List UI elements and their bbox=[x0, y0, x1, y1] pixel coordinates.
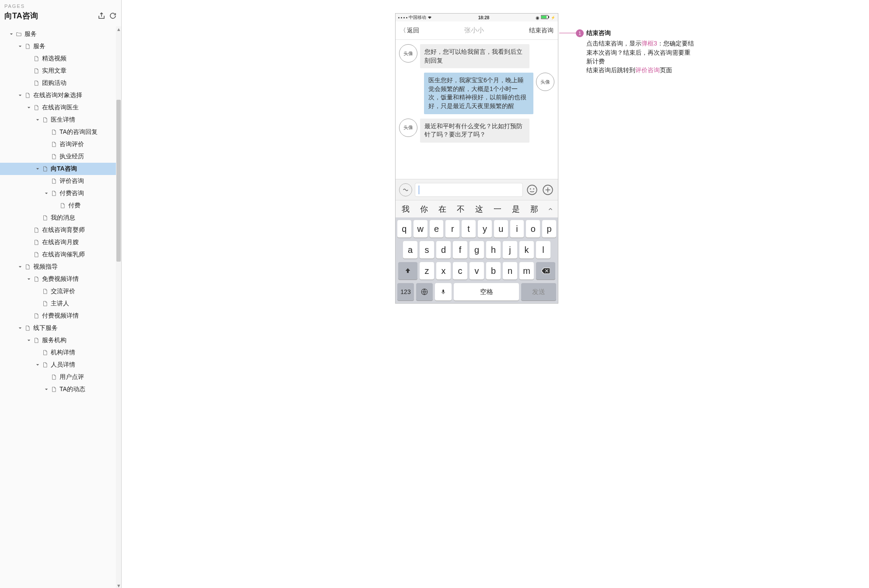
letter-key[interactable]: w bbox=[413, 220, 427, 238]
tree-row[interactable]: 向TA咨询 bbox=[0, 163, 121, 175]
tree-row[interactable]: 评价咨询 bbox=[0, 175, 121, 187]
letter-key[interactable]: h bbox=[486, 241, 501, 259]
letter-key[interactable]: f bbox=[453, 241, 467, 259]
tree-row[interactable]: 人员详情 bbox=[0, 359, 121, 371]
scroll-up-icon[interactable]: ▴ bbox=[116, 26, 121, 32]
prediction-expand-button[interactable] bbox=[544, 206, 556, 212]
letter-key[interactable]: u bbox=[494, 220, 508, 238]
letter-key[interactable]: c bbox=[453, 262, 467, 280]
letter-key[interactable]: p bbox=[542, 220, 556, 238]
shift-key[interactable] bbox=[398, 262, 417, 280]
message-input[interactable] bbox=[415, 183, 523, 197]
tree-row[interactable]: 在线咨询育婴师 bbox=[0, 224, 121, 236]
scrollbar[interactable]: ▴ ▾ bbox=[116, 26, 121, 588]
prediction-item[interactable]: 我 bbox=[397, 204, 414, 214]
twisty-icon[interactable] bbox=[35, 362, 40, 368]
tree-row[interactable]: 执业经历 bbox=[0, 150, 121, 163]
annotation-link-dialog[interactable]: 弹框3 bbox=[641, 40, 657, 47]
share-icon[interactable] bbox=[98, 12, 105, 20]
prediction-item[interactable]: 一 bbox=[489, 204, 506, 214]
twisty-icon[interactable] bbox=[18, 264, 23, 270]
tree-row[interactable]: 我的消息 bbox=[0, 212, 121, 224]
tree-row[interactable]: 线下服务 bbox=[0, 322, 121, 334]
mic-key[interactable] bbox=[435, 283, 452, 301]
tree-row[interactable]: 用户点评 bbox=[0, 371, 121, 383]
letter-key[interactable]: k bbox=[519, 241, 534, 259]
tree-row[interactable]: 付费视频详情 bbox=[0, 310, 121, 322]
tree-row[interactable]: 咨询评价 bbox=[0, 138, 121, 150]
tree-row[interactable]: 在线咨询月嫂 bbox=[0, 236, 121, 248]
annotation-link-review[interactable]: 评价咨询 bbox=[635, 66, 660, 74]
letter-key[interactable]: a bbox=[403, 241, 417, 259]
tree-row[interactable]: TA的动态 bbox=[0, 383, 121, 396]
tree-row[interactable]: 实用文章 bbox=[0, 65, 121, 77]
letter-key[interactable]: m bbox=[519, 262, 534, 280]
prediction-item[interactable]: 是 bbox=[508, 204, 524, 214]
letter-key[interactable]: e bbox=[430, 220, 444, 238]
tree-row[interactable]: 医生详情 bbox=[0, 114, 121, 126]
tree-row[interactable]: 免费视频详情 bbox=[0, 273, 121, 285]
letter-key[interactable]: v bbox=[470, 262, 484, 280]
space-key[interactable]: 空格 bbox=[454, 283, 519, 301]
letter-key[interactable]: q bbox=[397, 220, 411, 238]
twisty-icon[interactable] bbox=[44, 191, 49, 196]
twisty-icon[interactable] bbox=[18, 326, 23, 331]
voice-input-button[interactable] bbox=[399, 183, 412, 196]
twisty-icon[interactable] bbox=[18, 93, 23, 98]
tree-row[interactable]: 在线咨询医生 bbox=[0, 102, 121, 114]
tree-row[interactable]: 服务机构 bbox=[0, 334, 121, 346]
tree-row[interactable]: 付费 bbox=[0, 200, 121, 212]
letter-key[interactable]: g bbox=[470, 241, 484, 259]
tree-row[interactable]: 机构详情 bbox=[0, 346, 121, 359]
letter-key[interactable]: s bbox=[420, 241, 434, 259]
twisty-icon[interactable] bbox=[18, 44, 23, 49]
letter-key[interactable]: z bbox=[420, 262, 434, 280]
add-attachment-button[interactable] bbox=[541, 183, 554, 196]
twisty-icon[interactable] bbox=[26, 276, 32, 282]
letter-key[interactable]: d bbox=[436, 241, 451, 259]
tree-row[interactable]: 交流评价 bbox=[0, 285, 121, 298]
letter-key[interactable]: t bbox=[462, 220, 476, 238]
letter-key[interactable]: x bbox=[436, 262, 451, 280]
scroll-down-icon[interactable]: ▾ bbox=[116, 583, 121, 588]
letter-key[interactable]: n bbox=[503, 262, 517, 280]
tree-row[interactable]: 团购活动 bbox=[0, 77, 121, 89]
send-key[interactable]: 发送 bbox=[521, 283, 556, 301]
twisty-icon[interactable] bbox=[9, 32, 14, 37]
refresh-icon[interactable] bbox=[109, 12, 117, 20]
twisty-icon[interactable] bbox=[35, 166, 40, 172]
scrollbar-thumb[interactable] bbox=[116, 100, 121, 262]
end-consult-button[interactable]: 结束咨询 bbox=[529, 27, 554, 35]
tree-row[interactable]: TA的咨询回复 bbox=[0, 126, 121, 138]
twisty-icon[interactable] bbox=[26, 105, 32, 110]
prediction-item[interactable]: 不 bbox=[452, 204, 469, 214]
letter-key[interactable]: b bbox=[486, 262, 501, 280]
emoji-button[interactable] bbox=[526, 183, 539, 196]
letter-key[interactable]: r bbox=[445, 220, 459, 238]
tree-row[interactable]: 付费咨询 bbox=[0, 187, 121, 200]
tree-row[interactable]: 服务 bbox=[0, 40, 121, 52]
tree-row[interactable]: 视频指导 bbox=[0, 261, 121, 273]
tree-row[interactable]: 在线咨询对象选择 bbox=[0, 89, 121, 102]
prediction-item[interactable]: 在 bbox=[434, 204, 451, 214]
tree-row[interactable]: 精选视频 bbox=[0, 52, 121, 65]
letter-key[interactable]: i bbox=[510, 220, 524, 238]
numeric-key[interactable]: 123 bbox=[397, 283, 414, 301]
prediction-item[interactable]: 你 bbox=[416, 204, 432, 214]
prediction-item[interactable]: 这 bbox=[471, 204, 487, 214]
letter-key[interactable]: j bbox=[503, 241, 517, 259]
letter-key[interactable]: o bbox=[526, 220, 540, 238]
letter-key[interactable]: l bbox=[536, 241, 550, 259]
twisty-icon[interactable] bbox=[44, 387, 49, 392]
twisty-icon[interactable] bbox=[35, 117, 40, 122]
tree-row[interactable]: 在线咨询催乳师 bbox=[0, 248, 121, 261]
tree-row[interactable]: 主讲人 bbox=[0, 298, 121, 310]
tree-row[interactable]: 服务 bbox=[0, 28, 121, 40]
letter-key[interactable]: y bbox=[478, 220, 492, 238]
message-bubble: 您好，您可以给我留言，我看到后立刻回复 bbox=[420, 44, 529, 68]
twisty-icon[interactable] bbox=[26, 338, 32, 343]
backspace-key[interactable] bbox=[536, 262, 555, 280]
back-button[interactable]: 〈 返回 bbox=[400, 27, 419, 35]
globe-key[interactable] bbox=[416, 283, 433, 301]
prediction-item[interactable]: 那 bbox=[526, 204, 543, 214]
